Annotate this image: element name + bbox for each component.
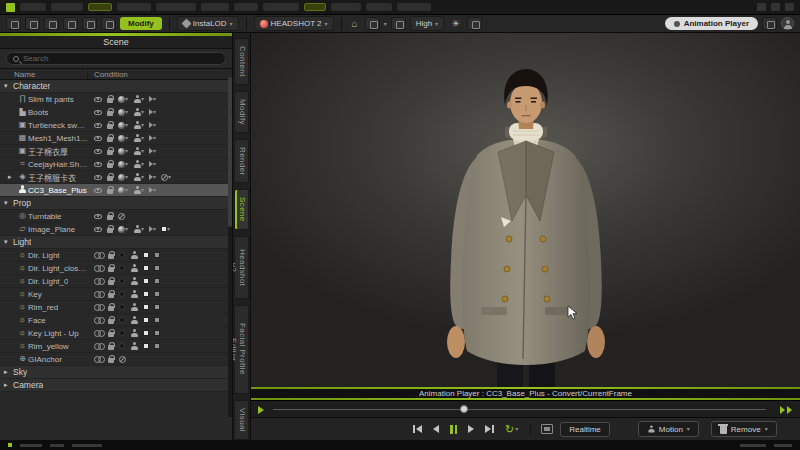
lock-icon[interactable] <box>107 147 113 155</box>
block-icon[interactable] <box>119 356 126 363</box>
swatch-icon[interactable] <box>143 265 149 271</box>
dot-icon[interactable] <box>119 304 125 310</box>
menu-item[interactable] <box>117 3 151 11</box>
link-icon[interactable] <box>94 252 103 258</box>
link-icon[interactable] <box>94 317 103 323</box>
tree-item-row[interactable]: ▣Turtleneck sweater▾▾▾ <box>0 119 232 132</box>
dot-icon[interactable] <box>119 330 125 336</box>
tree-item-row[interactable]: ◎Turntable <box>0 210 232 223</box>
menu-item[interactable] <box>201 3 229 11</box>
person-icon[interactable] <box>130 290 138 298</box>
lock-icon[interactable] <box>108 355 114 363</box>
person-icon[interactable] <box>130 251 138 259</box>
lock-icon[interactable] <box>108 290 114 298</box>
lock-icon[interactable] <box>107 134 113 142</box>
dot-icon[interactable] <box>119 317 125 323</box>
swatch-icon[interactable] <box>143 304 149 310</box>
dot-icon[interactable] <box>119 291 125 297</box>
eye-icon[interactable] <box>94 214 102 219</box>
block-icon[interactable] <box>118 213 125 220</box>
sphere-icon[interactable]: ▾ <box>118 122 128 129</box>
tab-scene[interactable]: Scene <box>234 189 249 230</box>
tree-group-row[interactable]: ▾Light <box>0 236 232 249</box>
toolbar-icon[interactable] <box>762 17 777 30</box>
person-icon[interactable]: ▾ <box>133 186 144 194</box>
link-icon[interactable] <box>94 304 103 310</box>
menu-item[interactable] <box>88 3 112 11</box>
menu-item[interactable] <box>366 3 392 11</box>
effects-icon[interactable] <box>467 17 482 30</box>
sphere-icon[interactable]: ▾ <box>118 161 128 168</box>
person-icon[interactable]: ▾ <box>133 225 144 233</box>
menu-item[interactable] <box>20 3 46 11</box>
loop-button[interactable]: ↻ ▾ <box>503 422 520 437</box>
link-icon[interactable] <box>94 343 103 349</box>
swatch2-icon[interactable] <box>154 278 160 284</box>
scene-scrollbar[interactable] <box>228 77 232 417</box>
person-icon[interactable]: ▾ <box>133 147 144 155</box>
person-icon[interactable]: ▾ <box>133 173 144 181</box>
lock-icon[interactable] <box>107 212 113 220</box>
eye-icon[interactable] <box>94 149 102 154</box>
tree-item-row[interactable]: ☼Key Light - Up <box>0 327 232 340</box>
modify-button[interactable]: Modify <box>120 17 162 30</box>
dot-icon[interactable] <box>119 265 125 271</box>
link-icon[interactable] <box>94 265 103 271</box>
user-avatar-icon[interactable] <box>781 17 794 30</box>
eye-icon[interactable] <box>94 97 102 102</box>
arrow-icon[interactable]: ▾ <box>149 187 156 193</box>
lock-icon[interactable] <box>108 316 114 324</box>
previous-frame-button[interactable] <box>431 423 441 435</box>
expander-icon[interactable]: ▾ <box>4 82 13 90</box>
lock-icon[interactable] <box>107 108 113 116</box>
menu-utility-icon[interactable] <box>771 3 780 11</box>
expander-icon[interactable]: ▸ <box>4 381 13 389</box>
search-input[interactable] <box>23 54 219 63</box>
rotate-tool-icon[interactable] <box>44 17 59 30</box>
menu-item[interactable] <box>156 3 196 11</box>
swatch2-icon[interactable] <box>154 252 160 258</box>
arrow-icon[interactable]: ▾ <box>149 109 156 115</box>
eye-icon[interactable] <box>94 188 102 193</box>
swatch2-icon[interactable] <box>154 265 160 271</box>
arrow-icon[interactable]: ▾ <box>149 135 156 141</box>
arrow-icon[interactable]: ▾ <box>149 161 156 167</box>
tree-item-row[interactable]: ☼Rim_yellow <box>0 340 232 353</box>
sphere-icon[interactable]: ▾ <box>118 135 128 142</box>
person-icon[interactable] <box>130 329 138 337</box>
search-box[interactable] <box>6 52 226 65</box>
tab-visual[interactable]: Visual <box>234 400 249 440</box>
menu-item[interactable] <box>331 3 361 11</box>
tree-item-row[interactable]: ☼Dir. Light <box>0 249 232 262</box>
menu-utility-icon[interactable] <box>757 3 766 11</box>
person-icon[interactable]: ▾ <box>133 121 144 129</box>
play-button[interactable] <box>466 423 476 435</box>
skip-to-start-button[interactable] <box>411 423 424 435</box>
person-icon[interactable]: ▾ <box>133 134 144 142</box>
tree-item-row[interactable]: ≈CeejayHair.Shape▾▾▾ <box>0 158 232 171</box>
menu-item[interactable] <box>397 3 431 11</box>
arrow-icon[interactable]: ▾ <box>149 174 156 180</box>
select-tool-icon[interactable] <box>6 17 21 30</box>
headshot-dropdown[interactable]: HEADSHOT 2 ▾ <box>254 16 334 31</box>
sphere-icon[interactable]: ▾ <box>118 174 128 181</box>
lock-icon[interactable] <box>107 173 113 181</box>
tree-item-row[interactable]: ⊕GIAnchor <box>0 353 232 366</box>
sphere-icon[interactable]: ▾ <box>118 109 128 116</box>
sun-light-icon[interactable]: ☀ <box>448 18 463 30</box>
eye-icon[interactable] <box>94 227 102 232</box>
dot-icon[interactable] <box>119 252 125 258</box>
timeline[interactable] <box>251 400 800 417</box>
tree-item-row[interactable]: ▦Mesh1_Mesh1...▾▾▾ <box>0 132 232 145</box>
tree-group-row[interactable]: ▸Sky <box>0 366 232 379</box>
lock-icon[interactable] <box>108 251 114 259</box>
tree-item-row[interactable]: ▙Boots▾▾▾ <box>0 106 232 119</box>
quality-select[interactable]: High ▾ <box>410 16 444 31</box>
person-icon[interactable]: ▾ <box>133 160 144 168</box>
link-icon[interactable] <box>94 291 103 297</box>
scrollbar-thumb[interactable] <box>228 77 232 227</box>
eye-icon[interactable] <box>94 110 102 115</box>
lock-icon[interactable] <box>108 329 114 337</box>
tree-item-row[interactable]: CC3_Base_Plus▾▾▾ <box>0 184 232 197</box>
arrow-icon[interactable]: ▾ <box>149 122 156 128</box>
